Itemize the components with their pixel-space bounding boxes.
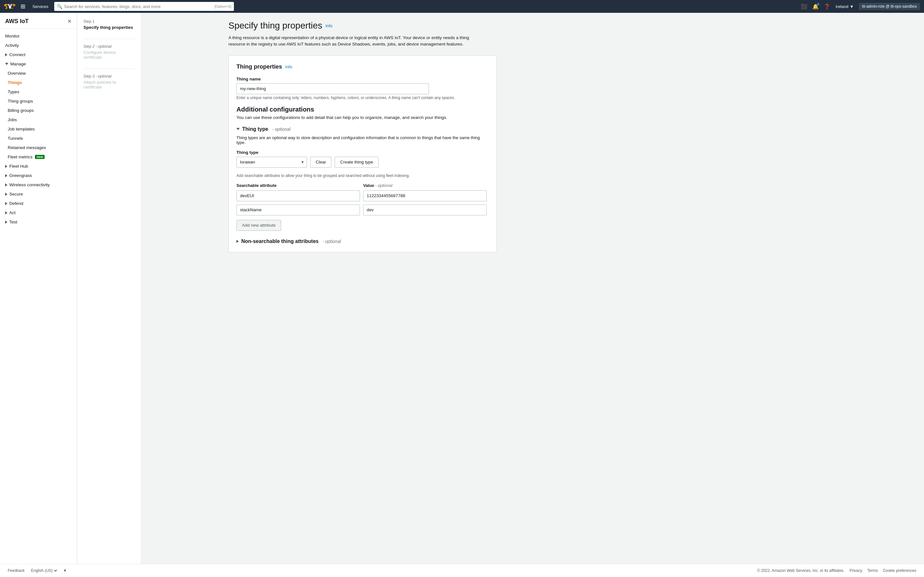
search-shortcut: [Option+S] [215, 5, 231, 8]
step-1-item: Step 1 Specify thing properties [83, 19, 134, 30]
sidebar-close-button[interactable]: ✕ [67, 18, 71, 24]
sidebar-group-act[interactable]: Act [0, 208, 77, 218]
step-3-label: Step 3 - optional [83, 74, 134, 79]
additional-configurations-section: Additional configurations You can use th… [236, 106, 489, 244]
sidebar-item-jobs[interactable]: Jobs [0, 115, 77, 124]
sidebar-item-tunnels[interactable]: Tunnels [0, 134, 77, 143]
sidebar-item-job-templates[interactable]: Job templates [0, 124, 77, 134]
attr-row-1 [236, 190, 487, 201]
attr-col1-header: Searchable attribute [236, 183, 360, 188]
attr-value-1[interactable] [363, 190, 487, 201]
thing-properties-card: Thing properties Info Thing name Enter a… [228, 55, 497, 252]
thing-name-input[interactable] [236, 83, 429, 94]
grid-icon[interactable]: ⊞ [19, 2, 27, 11]
sidebar-manage-children: Overview Things Types Thing groups Billi… [0, 69, 77, 161]
sidebar-item-thing-groups[interactable]: Thing groups [0, 97, 77, 106]
sidebar-group-connect[interactable]: Connect [0, 50, 77, 59]
sidebar-group-greengrass-label: Greengrass [9, 173, 32, 178]
step-1-title: Specify thing properties [83, 25, 134, 30]
attr-key-1[interactable] [236, 190, 360, 201]
step-3-title: Attach policies to certificate [83, 80, 134, 89]
page-description: A thing resource is a digital representa… [228, 35, 479, 48]
thing-name-label: Thing name [236, 77, 489, 81]
non-searchable-title: Non-searchable thing attributes [241, 239, 318, 244]
thing-type-field: Thing type lorawan ▼ Clear Create thing … [236, 150, 489, 168]
additional-config-desc: You can use these configurations to add … [236, 115, 489, 120]
attr-col2-header: Value - optional [363, 183, 487, 188]
page-info-link[interactable]: Info [326, 23, 333, 28]
secure-expand-icon [5, 193, 7, 196]
thing-type-section: Thing type - optional Thing types are an… [236, 126, 489, 231]
page-heading-text: Specify thing properties [228, 21, 322, 31]
sidebar-item-retained-messages[interactable]: Retained messages [0, 143, 77, 152]
page-heading: Specify thing properties Info [228, 21, 497, 31]
attr-col2-optional: - optional [375, 183, 393, 188]
sidebar-group-test-label: Test [9, 219, 17, 224]
step-3-item: Step 3 - optional Attach policies to cer… [83, 74, 134, 89]
connect-expand-icon [5, 53, 7, 56]
greengrass-expand-icon [5, 174, 7, 177]
sidebar-item-overview[interactable]: Overview [0, 69, 77, 78]
attr-row-2 [236, 205, 487, 215]
sidebar-nav: Monitor Activity Connect Manage Overview… [0, 29, 77, 229]
sidebar-item-billing-groups[interactable]: Billing groups [0, 106, 77, 115]
sidebar-group-manage[interactable]: Manage [0, 59, 77, 69]
thing-type-collapse-icon[interactable] [236, 128, 240, 130]
non-searchable-optional-label: - optional [322, 239, 341, 244]
sidebar-group-wireless-connectivity[interactable]: Wireless connectivity [0, 180, 77, 189]
additional-config-title: Additional configurations [236, 106, 489, 113]
sidebar-group-greengrass[interactable]: Greengrass [0, 171, 77, 180]
sidebar-group-secure-label: Secure [9, 192, 23, 197]
sidebar-group-connect-label: Connect [9, 52, 25, 57]
thing-type-desc: Thing types are an optional way to store… [236, 135, 487, 145]
wireless-connectivity-expand-icon [5, 183, 7, 187]
search-bar[interactable]: 🔍 [Option+S] [54, 2, 234, 11]
sidebar-item-things[interactable]: Things [0, 78, 77, 87]
main-content: AWS IoT › Manage › Things › Create thing… [77, 0, 924, 564]
create-thing-type-button[interactable]: Create thing type [334, 157, 379, 168]
sidebar-header: AWS IoT ✕ [0, 13, 77, 29]
sidebar-item-types[interactable]: Types [0, 87, 77, 97]
sidebar-group-secure[interactable]: Secure [0, 189, 77, 199]
thing-name-field: Thing name Enter a unique name containin… [236, 77, 489, 100]
bell-icon[interactable]: 🔔 [813, 3, 819, 10]
sidebar-group-defend[interactable]: Defend [0, 199, 77, 208]
thing-type-controls-row: lorawan ▼ Clear Create thing type [236, 157, 489, 168]
account-selector[interactable]: tti-admin-role @ tti-ops-sandbox [859, 3, 920, 10]
services-nav-button[interactable]: Services [31, 3, 50, 10]
thing-name-hint: Enter a unique name containing only: let… [236, 95, 489, 100]
step-2-item: Step 2 - optional Configure device certi… [83, 44, 134, 60]
help-icon[interactable]: ❓ [824, 3, 830, 10]
test-expand-icon [5, 221, 7, 224]
sidebar-title: AWS IoT [5, 18, 29, 25]
sidebar: AWS IoT ✕ Monitor Activity Connect Manag… [0, 13, 77, 564]
thing-type-optional-label: - optional [272, 127, 291, 132]
thing-type-select[interactable]: lorawan [236, 157, 307, 168]
region-selector[interactable]: Ireland ▼ [835, 4, 854, 9]
cloud-shell-icon[interactable]: ⬛ [801, 3, 807, 10]
thing-properties-info-link[interactable]: Info [285, 64, 292, 69]
step-1-label: Step 1 [83, 19, 134, 24]
nav-right-section: ⬛ 🔔 ❓ Ireland ▼ tti-admin-role @ tti-ops… [801, 3, 920, 10]
sidebar-item-monitor-label: Monitor [5, 34, 19, 39]
sidebar-item-activity-label: Activity [5, 43, 19, 48]
clear-button[interactable]: Clear [310, 157, 331, 168]
search-icon: 🔍 [57, 4, 62, 9]
thing-type-dropdown-label: Thing type [236, 150, 489, 155]
thing-type-collapsible-title: Thing type [242, 126, 268, 132]
attr-value-2[interactable] [363, 205, 487, 215]
search-input[interactable] [64, 4, 213, 9]
sidebar-group-fleet-hub[interactable]: Fleet Hub [0, 161, 77, 171]
fleet-hub-expand-icon [5, 165, 7, 168]
attr-header-row: Searchable attribute Value - optional [236, 183, 487, 188]
aws-logo[interactable] [4, 3, 15, 10]
sidebar-item-activity[interactable]: Activity [0, 41, 77, 50]
add-new-attribute-button[interactable]: Add new attribute [236, 220, 281, 231]
non-searchable-expand-icon[interactable] [236, 240, 239, 243]
fleet-metrics-new-badge: new [35, 155, 44, 159]
attributes-table: Searchable attribute Value - optional [236, 183, 487, 215]
sidebar-item-monitor[interactable]: Monitor [0, 31, 77, 41]
sidebar-item-fleet-metrics[interactable]: Fleet metrics new [0, 152, 77, 161]
attr-key-2[interactable] [236, 205, 360, 215]
sidebar-group-test[interactable]: Test [0, 218, 77, 227]
